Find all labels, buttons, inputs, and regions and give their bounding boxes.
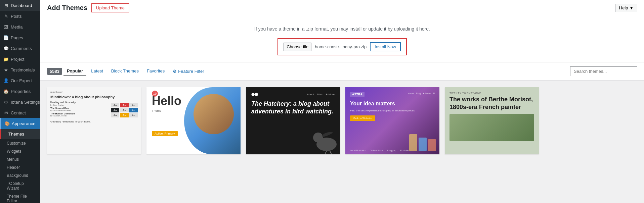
theme-card-mindblown[interactable]: mindblown Mindblown: a blog about philos… [47,87,141,154]
sidebar-label-project: Project [11,57,24,62]
upload-theme-button[interactable]: Upload Theme [91,3,129,12]
sidebar-item-appearance[interactable]: 🎨 Appearance [0,118,40,129]
sidebar: ⊞ Dashboard ✎ Posts 🖼 Media 📄 Pages 💬 Co… [0,0,40,203]
tab-latest[interactable]: Latest [88,66,106,76]
dashboard-icon: ⊞ [3,3,9,8]
sidebar-item-dashboard[interactable]: ⊞ Dashboard [0,0,40,11]
sidebar-sub-menus[interactable]: Menus [0,155,40,163]
sidebar-item-contact[interactable]: ✉ Contact [0,107,40,118]
feature-filter-button[interactable]: ⚙ Feature Filter [169,67,207,76]
main-content: Add Themes Upload Theme Help ▼ If you ha… [40,0,644,203]
theme-preview-astra: ASTRA HomeBlog✦ More ☰ Your idea matters… [345,87,439,154]
sidebar-sub-theme-file-editor[interactable]: Theme File Editor [0,192,40,203]
sidebar-label-properties: Properties [11,89,31,94]
sidebar-sub-header[interactable]: Header [0,163,40,171]
sidebar-item-posts[interactable]: ✎ Posts [0,11,40,21]
upload-area: If you have a theme in a .zip format, yo… [40,16,644,62]
sidebar-label-media: Media [11,24,23,30]
theme-card-astra[interactable]: ASTRA HomeBlog✦ More ☰ Your idea matters… [345,87,439,154]
theme-card-hello[interactable]: 19 Hello Theme Active: Primary [146,87,241,154]
sidebar-label-contact: Contact [11,110,26,115]
install-now-button[interactable]: Install Now [370,42,401,51]
sidebar-sub-widgets[interactable]: Widgets [0,147,40,155]
sidebar-label-comments: Comments [11,46,32,51]
pages-icon: 📄 [3,35,9,40]
tab-popular[interactable]: Popular [63,66,86,76]
media-icon: 🖼 [3,24,9,30]
upload-form-box: Choose file home-constr...pany-pro.zip I… [277,38,407,55]
theme-preview-hello: 19 Hello Theme Active: Primary [146,87,241,154]
search-themes-input[interactable] [570,66,637,76]
gear-icon: ⚙ [173,69,177,74]
theme-count-badge: 5583 [47,68,62,75]
choose-file-button[interactable]: Choose file [284,43,311,51]
sidebar-item-our-expert[interactable]: 👤 Our Expert [0,75,40,86]
sidebar-item-ibtana[interactable]: ⚙ Ibtana Settings [0,97,40,107]
sidebar-item-project[interactable]: 📁 Project [0,54,40,64]
filter-bar: 5583 Popular Latest Block Themes Favorit… [40,62,644,81]
theme-card-twentyone[interactable]: TWENTY TWENTY-ONE The works of Berthe Mo… [445,87,539,154]
top-bar: Add Themes Upload Theme Help ▼ [40,0,644,16]
posts-icon: ✎ [3,13,9,19]
help-button[interactable]: Help ▼ [615,4,637,12]
sidebar-label-dashboard: Dashboard [11,3,32,8]
appearance-icon: 🎨 [4,121,10,126]
page-title: Add Themes [47,4,87,12]
project-icon: 📁 [3,56,9,62]
upload-description: If you have a theme in a .zip format, yo… [47,26,637,32]
sidebar-sub-customize[interactable]: Customize [0,139,40,147]
hello-circle [194,94,234,134]
file-name: home-constr...pany-pro.zip [315,44,367,49]
comments-icon: 💬 [3,46,9,51]
testimonials-icon: ★ [3,67,9,72]
themes-grid: mindblown Mindblown: a blog about philos… [40,81,644,161]
hello-subtitle: Theme [152,109,161,112]
sidebar-label-our-expert: Our Expert [11,78,32,83]
tab-block-themes[interactable]: Block Themes [108,66,142,76]
sidebar-label-themes: Themes [8,132,24,137]
sidebar-item-media[interactable]: 🖼 Media [0,21,40,32]
sidebar-item-properties[interactable]: 🏠 Properties [0,86,40,97]
svg-point-1 [313,133,323,143]
astra-illustration [409,134,436,151]
twentyone-image [449,114,534,141]
sidebar-label-posts: Posts [11,14,22,19]
theme-card-hatchery[interactable]: ⬤⬤ AboutSites✦ More The Hatchery: a blog… [246,87,340,154]
properties-icon: 🏠 [3,89,9,94]
sidebar-sub-tc-setup[interactable]: TC Setup Wizard [0,180,40,192]
sidebar-label-appearance: Appearance [12,121,35,126]
sidebar-item-testimonials[interactable]: ★ Testimonials [0,64,40,75]
theme-preview-hatchery: ⬤⬤ AboutSites✦ More The Hatchery: a blog… [246,87,340,154]
sidebar-label-pages: Pages [11,35,23,40]
ibtana-icon: ⚙ [3,99,9,105]
sidebar-item-pages[interactable]: 📄 Pages [0,32,40,43]
hello-badge: Active: Primary [152,131,178,136]
theme-preview-mindblown: mindblown Mindblown: a blog about philos… [47,87,141,154]
svg-line-3 [330,151,332,154]
sidebar-item-comments[interactable]: 💬 Comments [0,43,40,54]
our-expert-icon: 👤 [3,78,9,83]
hello-title: Hello [152,94,181,108]
contact-icon: ✉ [3,110,9,115]
sidebar-label-ibtana: Ibtana Settings [11,100,40,105]
sidebar-sub-background[interactable]: Background [0,171,40,180]
svg-line-2 [325,151,327,154]
sidebar-item-themes[interactable]: Themes [0,129,40,139]
theme-preview-twentyone: TWENTY TWENTY-ONE The works of Berthe Mo… [445,87,539,154]
hatchery-bird-icon [300,121,340,154]
tab-favorites[interactable]: Favorites [143,66,168,76]
sidebar-label-testimonials: Testimonials [11,67,35,72]
